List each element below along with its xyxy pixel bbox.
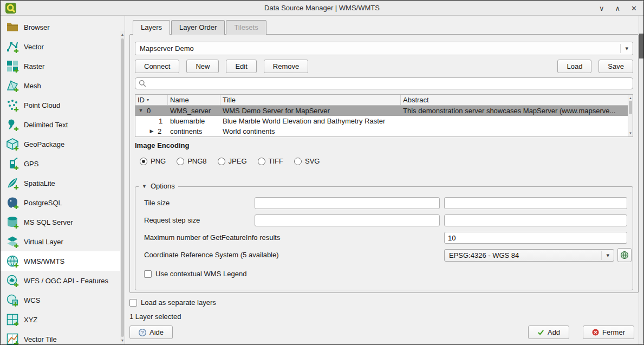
sidebar-item-raster[interactable]: Raster: [1, 56, 120, 76]
radio-jpeg[interactable]: JPEG: [218, 157, 247, 165]
new-button[interactable]: New: [186, 60, 219, 73]
request-step-size-label: Request step size: [144, 214, 200, 227]
sidebar-item-label: PostgreSQL: [24, 199, 62, 207]
sidebar-item-label: Point Cloud: [24, 101, 60, 109]
table-row[interactable]: ▶ 2 continents World continents: [135, 126, 633, 136]
geopackage-icon: [6, 138, 19, 151]
sidebar-item-wcs[interactable]: WCS: [1, 290, 120, 310]
scroll-down-icon[interactable]: ▼: [628, 131, 633, 136]
tab-tilesets: Tilesets: [226, 20, 266, 35]
sidebar-item-xyz[interactable]: XYZ: [1, 310, 120, 329]
sidebar-item-vector[interactable]: Vector: [1, 37, 120, 56]
column-header-id[interactable]: ID ▾: [135, 95, 168, 105]
dialog-button-row: ? Aide Add Fermer: [129, 326, 634, 339]
dialog-scrollbar-thumb[interactable]: [639, 34, 643, 58]
sidebar-item-gps[interactable]: GPS: [1, 154, 120, 173]
connect-button[interactable]: Connect: [135, 60, 179, 73]
close-button[interactable]: ✕: [631, 4, 637, 12]
sidebar-item-label: Virtual Layer: [24, 238, 63, 246]
tab-layer-order[interactable]: Layer Order: [171, 20, 225, 35]
sidebar-item-label: WFS / OGC API - Features: [24, 277, 108, 285]
window-title: Data Source Manager | WMS/WMTS: [1, 1, 643, 16]
sort-indicator-icon: ▾: [147, 95, 149, 105]
sidebar-item-label: GPS: [24, 160, 38, 168]
sidebar-item-delimited-text[interactable]: Delimited Text: [1, 115, 120, 134]
dialog-scrollbar[interactable]: [639, 16, 643, 344]
options-group-title[interactable]: ▼ Options: [139, 182, 178, 190]
sidebar-item-browser[interactable]: Browser: [1, 17, 120, 37]
max-getfeatureinfo-input[interactable]: [444, 232, 627, 244]
add-button[interactable]: Add: [528, 326, 569, 339]
crs-picker-button[interactable]: [617, 248, 632, 262]
tab-layers[interactable]: Layers: [133, 20, 170, 35]
search-icon: [139, 80, 146, 87]
crs-selected-value: EPSG:4326 - WGS 84: [449, 251, 519, 259]
scroll-down-icon[interactable]: ▼: [120, 338, 125, 343]
mssql-icon: [6, 216, 19, 229]
source-type-sidebar: Browser Vector Raster Mesh Point Cloud D…: [1, 16, 125, 344]
radio-svg[interactable]: SVG: [294, 157, 320, 165]
checkbox-icon[interactable]: [144, 270, 152, 278]
table-row[interactable]: ▼ 0 WMS_server WMS Demo Server for MapSe…: [135, 106, 633, 116]
load-separate-checkbox-row[interactable]: Load as separate layers: [129, 298, 216, 307]
sidebar-item-label: Raster: [24, 62, 44, 70]
radio-png8[interactable]: PNG8: [177, 157, 206, 165]
sidebar-item-virtual-layer[interactable]: Virtual Layer: [1, 232, 120, 251]
contextual-legend-checkbox-row[interactable]: Use contextual WMS Legend: [144, 270, 246, 278]
sidebar-item-spatialite[interactable]: SpatiaLite: [1, 173, 120, 193]
contextual-legend-label: Use contextual WMS Legend: [155, 270, 246, 278]
column-header-name[interactable]: Name: [168, 95, 220, 105]
sidebar-item-vector-tile[interactable]: Vector Tile: [1, 329, 120, 344]
sidebar-scrollbar[interactable]: ▲ ▼: [120, 31, 125, 344]
sidebar-item-point-cloud[interactable]: Point Cloud: [1, 95, 120, 115]
radio-tiff[interactable]: TIFF: [258, 157, 283, 165]
connection-select[interactable]: Mapserver Demo ▾: [135, 42, 633, 55]
load-button[interactable]: Load: [557, 60, 591, 73]
gps-icon: [6, 157, 19, 170]
sidebar-item-label: Vector Tile: [24, 335, 57, 343]
radio-button-icon: [140, 158, 147, 165]
column-header-title[interactable]: Title: [220, 95, 401, 105]
sidebar-item-postgresql[interactable]: PostgreSQL: [1, 193, 120, 212]
sidebar-item-label: MS SQL Server: [24, 218, 73, 226]
edit-button[interactable]: Edit: [226, 60, 256, 73]
table-scrollbar-thumb[interactable]: [629, 101, 632, 114]
title-bar: Data Source Manager | WMS/WMTS ∨ ∧ ✕: [1, 1, 643, 16]
sidebar-item-mssql[interactable]: MS SQL Server: [1, 212, 120, 232]
wms-icon: [6, 255, 19, 268]
table-row[interactable]: 1 bluemarble Blue Marble World Elevation…: [135, 116, 633, 126]
column-header-abstract[interactable]: Abstract: [401, 95, 633, 105]
search-input[interactable]: [149, 79, 629, 88]
expander-expanded-icon[interactable]: ▼: [137, 106, 145, 116]
tile-width-input[interactable]: [255, 197, 440, 209]
help-button[interactable]: ? Aide: [129, 326, 173, 339]
scroll-up-icon[interactable]: ▲: [120, 32, 125, 37]
checkbox-icon[interactable]: [129, 299, 137, 307]
step-height-input[interactable]: [444, 214, 627, 226]
step-width-input[interactable]: [255, 214, 440, 226]
sidebar-item-label: Delimited Text: [24, 121, 68, 129]
sidebar-item-geopackage[interactable]: GeoPackage: [1, 134, 120, 154]
table-scrollbar[interactable]: ▲ ▼: [628, 95, 633, 136]
maximize-button[interactable]: ∧: [615, 4, 621, 12]
raster-icon: [6, 60, 19, 73]
image-encoding-label: Image Encoding: [135, 141, 189, 149]
load-separate-label: Load as separate layers: [141, 298, 216, 307]
minimize-button[interactable]: ∨: [599, 4, 604, 12]
scroll-up-icon[interactable]: ▲: [628, 95, 633, 101]
collapse-arrow-icon: ▼: [142, 184, 147, 189]
save-button[interactable]: Save: [599, 60, 633, 73]
sidebar-item-wms-wmts[interactable]: WMS/WMTS: [1, 251, 120, 271]
spatialite-icon: [6, 177, 19, 190]
radio-png[interactable]: PNG: [140, 157, 166, 165]
sidebar-scrollbar-thumb[interactable]: [121, 38, 124, 337]
sidebar-item-wfs[interactable]: WFS / OGC API - Features: [1, 271, 120, 290]
sidebar-item-label: WCS: [24, 296, 40, 304]
remove-button[interactable]: Remove: [264, 60, 308, 73]
crs-select[interactable]: EPSG:4326 - WGS 84 ▾: [444, 249, 614, 262]
close-dialog-button[interactable]: Fermer: [583, 326, 634, 339]
tile-height-input[interactable]: [444, 197, 627, 209]
expander-collapsed-icon[interactable]: ▶: [148, 126, 155, 136]
sidebar-item-mesh[interactable]: Mesh: [1, 76, 120, 95]
tile-size-label: Tile size: [144, 197, 170, 210]
